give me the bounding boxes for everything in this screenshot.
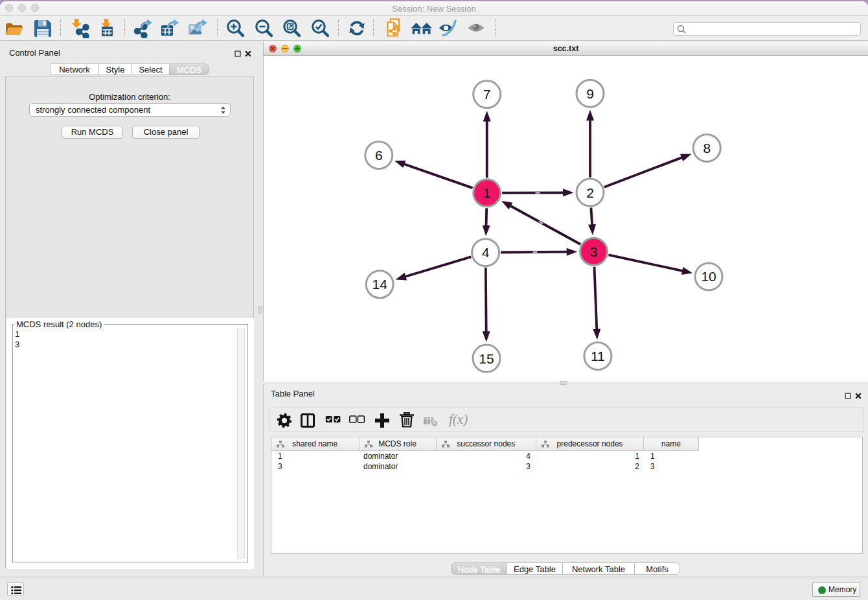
svg-text:14: 14 bbox=[372, 277, 388, 292]
svg-text:7: 7 bbox=[483, 87, 491, 102]
svg-text:8: 8 bbox=[703, 141, 711, 156]
svg-text:10: 10 bbox=[701, 269, 716, 284]
svg-text:11: 11 bbox=[591, 349, 605, 363]
svg-text:3: 3 bbox=[590, 244, 598, 259]
svg-text:15: 15 bbox=[479, 351, 494, 366]
svg-text:2: 2 bbox=[586, 185, 594, 200]
svg-text:6: 6 bbox=[375, 148, 383, 163]
svg-text:4: 4 bbox=[482, 245, 490, 260]
svg-text:1: 1 bbox=[483, 185, 491, 200]
svg-text:9: 9 bbox=[586, 86, 594, 101]
